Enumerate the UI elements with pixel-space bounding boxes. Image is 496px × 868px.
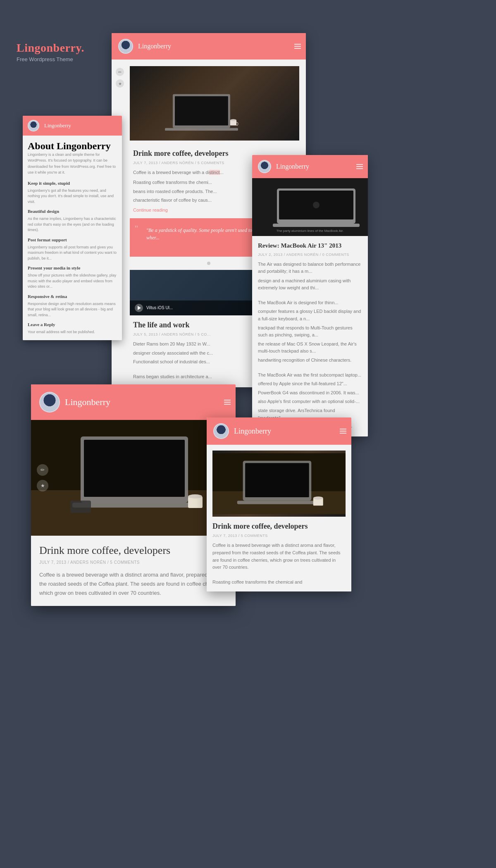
admin-star-icon[interactable]: ★ — [37, 480, 48, 491]
avatar-bottom-large — [39, 392, 60, 413]
svg-rect-23 — [237, 501, 317, 504]
bottom-right-post-meta: JULY 7, 2013 / 5 COMMENTS — [212, 534, 346, 538]
side-nav: ✏ ★ — [116, 68, 124, 88]
bottom-large-featured-image: ✏ ★ — [31, 420, 236, 536]
svg-point-18 — [188, 494, 202, 498]
menu-icon-right[interactable] — [356, 164, 363, 169]
right-excerpt3: The MacBook Air is designed for thinn... — [258, 299, 362, 307]
header-bar-bottom-right: Lingonberry — [207, 417, 351, 445]
bottom-large-post-title: Drink more coffee, developers — [39, 544, 227, 557]
bottom-large-content: ✏ ★ — [31, 420, 236, 606]
admin-edit-icon[interactable]: ✏ — [37, 464, 48, 476]
bottom-right-post-title: Drink more coffee, developers — [212, 522, 346, 531]
svg-rect-9 — [273, 224, 360, 227]
bottom-right-content: Drink more coffee, developers JULY 7, 20… — [207, 445, 351, 591]
svg-point-5 — [230, 119, 236, 121]
bottom-right-featured-image — [212, 451, 346, 517]
scroll-indicator — [207, 262, 210, 265]
header-bar-left: Lingonberry — [23, 116, 122, 136]
section-heading-reply: Leave a Reply — [28, 322, 117, 327]
site-name-bottom-large: Lingonberry — [65, 397, 110, 408]
top-branding: Lingonberry. Free Wordpress Theme — [17, 41, 84, 62]
menu-icon-bottom-large[interactable] — [224, 400, 231, 405]
avatar-bottom-right — [213, 423, 229, 439]
about-content: About Lingonberry Lingonberry is a clean… — [23, 136, 122, 340]
nav-star-icon[interactable]: ★ — [116, 79, 124, 88]
right-excerpt9: offered by Apple since the full-featured… — [258, 380, 362, 388]
avatar-eye-main — [119, 40, 132, 53]
avatar-right — [258, 160, 271, 173]
header-bar-bottom-large: Lingonberry — [31, 384, 236, 420]
avatar-main — [118, 39, 133, 54]
window-about: Lingonberry About Lingonberry Lingonberr… — [23, 116, 122, 340]
macbook-svg — [252, 178, 368, 236]
laptop-svg — [165, 87, 264, 141]
site-name-bottom-right: Lingonberry — [234, 427, 271, 436]
svg-rect-14 — [84, 440, 185, 497]
right-post-meta: JULY 2, 2013 / ANDERS NORÉN / 0 COMMENTS — [258, 253, 362, 257]
video-label: Viltus iOS Ul... — [146, 305, 173, 310]
menu-icon-main[interactable] — [294, 44, 301, 49]
svg-point-3 — [196, 129, 207, 130]
site-name-main: Lingonberry — [138, 43, 171, 50]
header-bar-main: Lingonberry — [112, 33, 306, 60]
section-text-reply: Your email address will not be published… — [28, 329, 117, 335]
right-excerpt6: the release of Mac OS X Snow Leopard, th… — [258, 341, 362, 355]
avatar-eye-bottom-large — [40, 393, 59, 412]
right-excerpt10: PowerBook G4 was discontinued in 2006. I… — [258, 389, 362, 397]
macbook-caption: The party aluminium lines of the MacBook… — [252, 229, 368, 233]
right-excerpt11: also Apple's first computer with an opti… — [258, 398, 362, 405]
bottom-large-post-meta: JULY 7, 2013 / ANDERS NORÉN / 5 COMMENTS — [39, 560, 227, 565]
svg-point-10 — [313, 202, 320, 208]
menu-icon-bottom-right[interactable] — [340, 429, 346, 434]
right-excerpt4: computer features a glossy LED backlit d… — [258, 308, 362, 322]
nav-edit-icon[interactable]: ✏ — [116, 68, 124, 76]
bottom-right-laptop-svg — [212, 451, 346, 517]
macbook-image: The party aluminium lines of the MacBook… — [252, 178, 368, 236]
bottom-large-post-body: Drink more coffee, developers JULY 7, 20… — [31, 536, 236, 606]
svg-rect-1 — [175, 96, 228, 126]
right-excerpt5: trackpad that responds to Multi-Touch ge… — [258, 324, 362, 339]
background: Lingonberry. Free Wordpress Theme Lingon… — [0, 0, 496, 868]
section-heading-1: Keep it simple, stupid — [28, 181, 117, 186]
bottom-laptop-svg — [31, 420, 236, 536]
svg-point-25 — [313, 496, 323, 499]
bottom-right-excerpt1: Coffee is a brewed beverage with a disti… — [212, 542, 346, 571]
bottom-right-excerpt2: Roasting coffee transforms the chemical … — [212, 579, 346, 586]
right-excerpt7: handwriting recognition of Chinese chara… — [258, 357, 362, 364]
section-text-1: Lingonberry's got all the features you n… — [28, 188, 117, 205]
avatar-left — [28, 120, 39, 131]
section-heading-3: Post format support — [28, 237, 117, 242]
section-heading-2: Beautiful design — [28, 209, 117, 214]
about-heading: About Lingonberry — [28, 141, 117, 152]
avatar-eye-left — [29, 121, 38, 131]
right-excerpt1: The Air was designed to balance both per… — [258, 261, 362, 275]
admin-icons: ✏ ★ — [37, 464, 48, 491]
bottom-large-excerpt: Coffee is a brewed beverage with a disti… — [39, 570, 227, 598]
site-name-left: Lingonberry — [44, 122, 71, 129]
avatar-eye-bottom-right — [214, 424, 228, 438]
svg-rect-16 — [70, 501, 91, 513]
right-post-content: Review: MacBook Air 13" 2013 JULY 2, 201… — [252, 236, 368, 436]
right-excerpt2: design and a machined aluminium casing w… — [258, 277, 362, 292]
play-button[interactable] — [135, 304, 143, 312]
brand-title: Lingonberry. — [17, 41, 84, 55]
right-post-title: Review: MacBook Air 13" 2013 — [258, 242, 362, 250]
brand-title-text: Lingonberry. — [17, 41, 84, 54]
section-text-5: Responsive design and high resolution as… — [28, 301, 117, 318]
section-text-4: Show off your pictures with the slidesho… — [28, 273, 117, 290]
section-text-2: As the name implies, Lingonberry has a c… — [28, 216, 117, 233]
svg-rect-22 — [245, 463, 309, 497]
window-right: Lingonberry The party aluminium lines of… — [252, 155, 368, 436]
about-text: Lingonberry is a clean and simple theme … — [28, 152, 117, 176]
window-bottom-large: Lingonberry ✏ ★ — [31, 384, 236, 606]
site-name-right: Lingonberry — [276, 163, 309, 170]
right-excerpt8: The MacBook Air was the first subcompact… — [258, 372, 362, 379]
avatar-eye-right — [259, 161, 270, 172]
section-heading-5: Responsive & retina — [28, 294, 117, 299]
section-heading-4: Present your media in style — [28, 265, 117, 270]
post1-featured-image — [130, 66, 299, 141]
continue-reading-link[interactable]: Continue reading — [133, 207, 168, 212]
section-text-3: Lingonberry supports all post formats an… — [28, 245, 117, 262]
brand-subtitle: Free Wordpress Theme — [17, 56, 84, 62]
